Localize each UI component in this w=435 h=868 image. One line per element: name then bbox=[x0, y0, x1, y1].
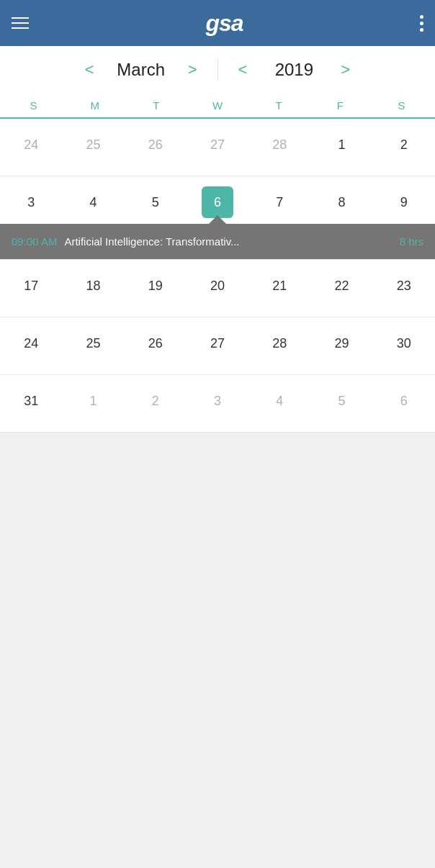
calendar-day[interactable]: 19 bbox=[125, 260, 187, 302]
day-number: 7 bbox=[264, 186, 295, 218]
day-number: 27 bbox=[202, 327, 233, 359]
event-duration: 8 hrs bbox=[400, 235, 423, 248]
calendar-week: 17181920212223 bbox=[0, 260, 435, 317]
calendar-day[interactable]: 9 bbox=[373, 176, 435, 224]
calendar-container: < March > < 2019 > SMTWTFS 2425262728123… bbox=[0, 46, 435, 433]
calendar-day[interactable]: 21 bbox=[248, 260, 310, 302]
week-days-row: 24252627282930 bbox=[0, 317, 435, 359]
more-options-button[interactable] bbox=[420, 15, 423, 32]
app-header: gsa bbox=[0, 0, 435, 46]
day-number: 22 bbox=[326, 270, 358, 302]
day-number: 5 bbox=[326, 385, 358, 417]
day-header: S bbox=[371, 94, 432, 117]
event-banner[interactable]: 09:00 AMArtificial Intelligence: Transfo… bbox=[0, 224, 435, 259]
day-number: 17 bbox=[15, 270, 47, 302]
day-number: 25 bbox=[77, 327, 109, 359]
calendar-day[interactable]: 31 bbox=[0, 375, 62, 417]
day-headers-row: SMTWTFS bbox=[0, 94, 435, 119]
day-number: 31 bbox=[15, 385, 47, 417]
calendar-grid: 242526272812345678909:00 AMArtificial In… bbox=[0, 119, 435, 433]
day-number: 28 bbox=[264, 129, 295, 161]
app-logo: gsa bbox=[205, 10, 243, 37]
day-number: 1 bbox=[326, 129, 358, 161]
calendar-day[interactable]: 7 bbox=[248, 176, 310, 224]
calendar-day[interactable]: 25 bbox=[62, 317, 124, 359]
calendar-day[interactable]: 4 bbox=[62, 176, 124, 224]
day-number: 9 bbox=[388, 186, 420, 218]
calendar-day[interactable]: 5 bbox=[125, 176, 187, 224]
calendar-day[interactable]: 6 bbox=[373, 375, 435, 417]
day-number: 28 bbox=[264, 327, 295, 359]
calendar-day[interactable]: 3 bbox=[187, 375, 248, 417]
calendar-day[interactable]: 1 bbox=[62, 375, 124, 417]
day-number: 21 bbox=[264, 270, 295, 302]
day-number: 6 bbox=[202, 186, 233, 218]
day-number: 4 bbox=[264, 385, 295, 417]
calendar-day[interactable]: 28 bbox=[248, 317, 310, 359]
menu-button[interactable] bbox=[12, 17, 29, 29]
month-nav: < March > bbox=[79, 59, 203, 81]
calendar-day[interactable]: 27 bbox=[187, 119, 248, 161]
calendar-day[interactable]: 17 bbox=[0, 260, 62, 302]
month-label: March bbox=[109, 60, 174, 80]
calendar-week: 31123456 bbox=[0, 375, 435, 433]
calendar-day[interactable]: 8 bbox=[310, 176, 372, 224]
calendar-day[interactable]: 20 bbox=[187, 260, 248, 302]
day-number: 1 bbox=[77, 385, 109, 417]
day-number: 27 bbox=[202, 129, 233, 161]
calendar-day[interactable]: 27 bbox=[187, 317, 248, 359]
day-number: 3 bbox=[202, 385, 233, 417]
day-number: 30 bbox=[388, 327, 420, 359]
week-days-row: 31123456 bbox=[0, 375, 435, 417]
day-number: 8 bbox=[326, 186, 358, 218]
event-title: Artificial Intelligence: Transformativ..… bbox=[64, 235, 392, 248]
day-number: 2 bbox=[140, 385, 171, 417]
day-header: T bbox=[125, 94, 187, 117]
calendar-day[interactable]: 2 bbox=[125, 375, 187, 417]
day-number: 23 bbox=[388, 270, 420, 302]
calendar-day[interactable]: 29 bbox=[310, 317, 372, 359]
calendar-day[interactable]: 28 bbox=[248, 119, 310, 161]
calendar-day[interactable]: 3 bbox=[0, 176, 62, 224]
day-header: W bbox=[187, 94, 248, 117]
next-month-button[interactable]: > bbox=[182, 59, 203, 81]
calendar-day[interactable]: 24 bbox=[0, 119, 62, 161]
day-number: 26 bbox=[140, 129, 171, 161]
calendar-day[interactable]: 4 bbox=[248, 375, 310, 417]
week-days-row: 17181920212223 bbox=[0, 260, 435, 302]
calendar-day[interactable]: 22 bbox=[310, 260, 372, 302]
calendar-week: 24252627282930 bbox=[0, 317, 435, 375]
calendar-day[interactable]: 30 bbox=[373, 317, 435, 359]
event-time: 09:00 AM bbox=[12, 235, 57, 248]
calendar-day[interactable]: 5 bbox=[310, 375, 372, 417]
calendar-week: 345678909:00 AMArtificial Intelligence: … bbox=[0, 176, 435, 260]
prev-year-button[interactable]: < bbox=[233, 59, 254, 81]
day-number: 26 bbox=[140, 327, 171, 359]
day-header: M bbox=[64, 94, 125, 117]
calendar-nav: < March > < 2019 > bbox=[0, 46, 435, 94]
day-number: 5 bbox=[140, 186, 171, 218]
calendar-day[interactable]: 26 bbox=[125, 317, 187, 359]
calendar-day[interactable]: 1 bbox=[310, 119, 372, 161]
nav-divider bbox=[218, 59, 218, 81]
day-number: 24 bbox=[15, 129, 47, 161]
event-triangle bbox=[207, 215, 228, 225]
day-number: 29 bbox=[326, 327, 358, 359]
day-number: 2 bbox=[388, 129, 420, 161]
calendar-day[interactable]: 24 bbox=[0, 317, 62, 359]
day-header: T bbox=[248, 94, 310, 117]
calendar-day[interactable]: 2 bbox=[373, 119, 435, 161]
calendar-day[interactable]: 18 bbox=[62, 260, 124, 302]
year-nav: < 2019 > bbox=[233, 59, 356, 81]
prev-month-button[interactable]: < bbox=[79, 59, 100, 81]
week-days-row: 242526272812 bbox=[0, 119, 435, 161]
day-number: 4 bbox=[77, 186, 109, 218]
calendar-day[interactable]: 26 bbox=[125, 119, 187, 161]
calendar-day[interactable]: 23 bbox=[373, 260, 435, 302]
day-number: 3 bbox=[15, 186, 47, 218]
calendar-day[interactable]: 25 bbox=[62, 119, 124, 161]
day-number: 24 bbox=[15, 327, 47, 359]
next-year-button[interactable]: > bbox=[335, 59, 356, 81]
day-number: 6 bbox=[388, 385, 420, 417]
day-header: S bbox=[3, 94, 64, 117]
